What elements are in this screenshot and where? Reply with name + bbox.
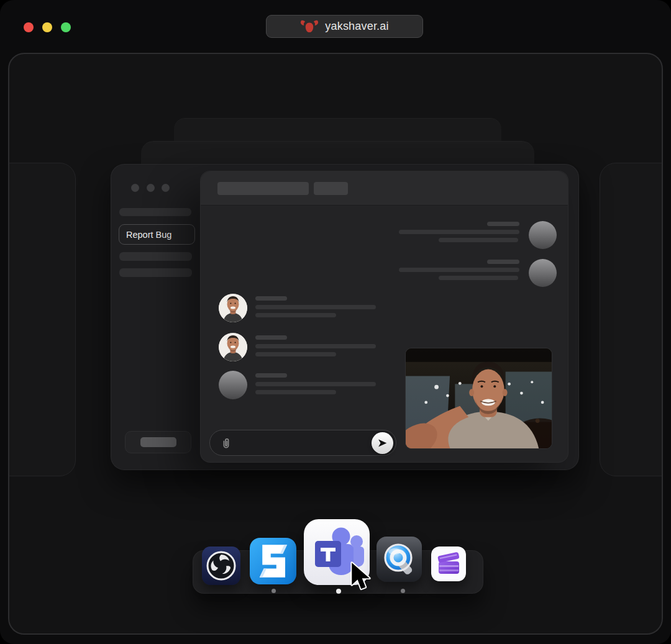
running-indicator-quicktime <box>401 589 405 593</box>
avatar <box>529 259 557 287</box>
yak-icon <box>300 20 319 33</box>
address-bar[interactable]: yakshaver.ai <box>266 15 423 38</box>
carousel-card-left <box>8 163 76 476</box>
dock-item-snagit[interactable] <box>250 538 296 584</box>
carousel-card-right <box>600 163 663 476</box>
message-input[interactable] <box>209 430 396 456</box>
dock-item-clipchamp[interactable] <box>431 546 466 581</box>
skeleton-bar <box>255 335 287 340</box>
window-dot <box>131 184 139 192</box>
skeleton-bar <box>255 373 287 378</box>
report-bug-button[interactable]: Report Bug <box>119 224 195 245</box>
window-dot <box>162 184 170 192</box>
running-indicator-teams <box>336 589 341 594</box>
close-button[interactable] <box>24 22 34 32</box>
sidebar-bottom-button[interactable] <box>125 431 191 453</box>
selfie-video-man <box>406 348 552 448</box>
skeleton-bar <box>255 313 336 317</box>
skeleton-bar <box>255 352 336 356</box>
quicktime-icon <box>377 537 422 582</box>
obs-icon <box>202 546 240 585</box>
skeleton-bar <box>119 208 191 216</box>
skeleton-bar <box>399 268 519 272</box>
skeleton-bar <box>439 238 518 242</box>
clipchamp-icon <box>431 546 466 581</box>
dock-item-quicktime[interactable] <box>377 537 422 582</box>
avatar <box>219 294 247 322</box>
skeleton-bar <box>255 390 336 394</box>
skeleton-bar <box>314 182 348 195</box>
app-window: yakshaver.ai Report Bug <box>0 0 671 644</box>
skeleton-bar <box>487 222 519 226</box>
snagit-icon <box>250 538 296 584</box>
video-tile[interactable] <box>405 348 552 449</box>
window-dot <box>147 184 155 192</box>
avatar <box>529 221 557 249</box>
skeleton-bar <box>140 437 176 447</box>
send-button[interactable] <box>372 432 393 454</box>
report-window: Report Bug <box>111 164 579 470</box>
zoom-button[interactable] <box>61 22 71 32</box>
skeleton-bar <box>119 252 192 261</box>
avatar <box>219 333 247 361</box>
paperclip-icon[interactable] <box>221 437 232 450</box>
site-title: yakshaver.ai <box>325 20 388 33</box>
avatar <box>219 371 247 399</box>
skeleton-bar <box>255 305 376 309</box>
skeleton-bar <box>255 296 287 301</box>
dock-item-obs[interactable] <box>202 546 240 585</box>
skeleton-bar <box>439 276 518 280</box>
skeleton-bar <box>255 382 376 386</box>
running-indicator-snagit <box>272 589 276 593</box>
skeleton-bar <box>217 182 309 195</box>
mouse-cursor-icon <box>349 561 374 593</box>
chat-header <box>201 171 568 206</box>
send-icon <box>377 438 388 448</box>
chat-window <box>200 171 568 463</box>
minimize-button[interactable] <box>42 22 52 32</box>
skeleton-bar <box>255 344 376 348</box>
skeleton-bar <box>487 260 519 264</box>
skeleton-bar <box>119 268 192 277</box>
skeleton-bar <box>399 230 519 234</box>
